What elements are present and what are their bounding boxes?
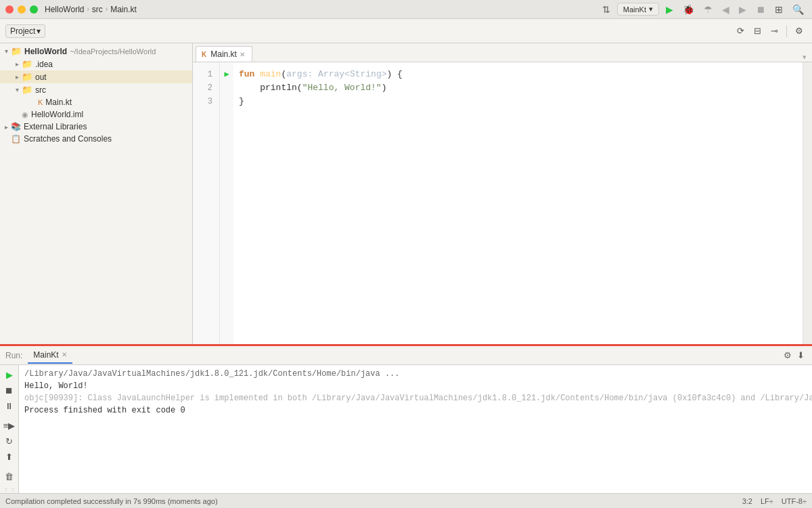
run-panel: Run: MainKt ✕ ⚙ ⬇ ▶ ⏹ ⏸ ≡▶ ↻ ⬆ 🗑	[0, 344, 812, 493]
run-config-dropdown[interactable]: MainKt ▾	[617, 3, 659, 16]
run-hide-button[interactable]: ⬇	[795, 349, 807, 362]
project-label: Project	[10, 26, 35, 36]
folder-icon: 📁	[22, 59, 32, 69]
tree-label: out	[35, 72, 47, 82]
line-numbers: 1 2 3	[193, 62, 220, 344]
output-line-1: /Library/Java/JavaVirtualMachines/jdk1.8…	[24, 368, 807, 380]
code-line-3: }	[239, 95, 803, 108]
code-content[interactable]: fun main(args: Array<String>) { println(…	[233, 62, 803, 344]
breadcrumb: HelloWorld › src › Main.kt	[45, 5, 137, 14]
run-panel-tab-mainkt[interactable]: MainKt ✕	[28, 347, 72, 364]
tree-item-ext-libs[interactable]: ▸ 📚 External Libraries	[0, 121, 192, 133]
line-ending[interactable]: LF÷	[761, 497, 773, 505]
line-number-2: 2	[193, 81, 215, 95]
back-button[interactable]: ◀	[719, 3, 732, 16]
project-sidebar: ▾ 📁 HelloWorld ~/IdeaProjects/HelloWorld…	[0, 43, 193, 344]
titlebar-right: ⇅ MainKt ▾ ▶ 🐞 ☂ ◀ ▶ ⏹ ⊞ 🔍	[600, 3, 807, 16]
expand-arrow: ▸	[14, 60, 20, 68]
maximize-button[interactable]	[30, 5, 38, 14]
layout-button[interactable]: ⊞	[772, 3, 786, 16]
forward-button[interactable]: ▶	[736, 3, 749, 16]
run-stop-button[interactable]: ⏹	[3, 383, 16, 398]
code-editor: 1 2 3 ▶ fun main(args: Array<String>) { …	[193, 62, 812, 344]
close-button[interactable]	[5, 5, 14, 14]
output-line-5: Process finished with exit code 0	[24, 404, 807, 417]
titlebar: HelloWorld › src › Main.kt ⇅ MainKt ▾ ▶ …	[0, 0, 812, 19]
run-clear-button[interactable]: 🗑	[3, 469, 16, 484]
editor-tab-right: ▾	[800, 53, 809, 62]
cursor-position[interactable]: 3:2	[742, 497, 752, 505]
breadcrumb-hello[interactable]: HelloWorld	[45, 5, 84, 14]
run-options-button[interactable]: ⋮⋮	[1, 485, 18, 493]
editor-area: K Main.kt ✕ ▾ 1 2 3 ▶	[193, 43, 812, 344]
tree-label: Scratches and Consoles	[24, 134, 112, 144]
run-tab-close[interactable]: ✕	[62, 351, 67, 358]
tab-label: Main.kt	[210, 49, 237, 59]
traffic-lights	[5, 5, 38, 14]
code-line-2: println("Hello, World!")	[239, 81, 803, 95]
tree-item-scratches[interactable]: ▸ 📋 Scratches and Consoles	[0, 133, 192, 145]
run-pause-button[interactable]: ⏸	[3, 399, 16, 413]
tab-close-button[interactable]: ✕	[240, 51, 245, 58]
folder-icon: 📁	[22, 72, 32, 82]
expand-arrow: ▸	[3, 123, 9, 131]
status-message: Compilation completed successfully in 7s…	[5, 497, 737, 505]
expand-arrow: ▾	[14, 86, 20, 93]
filter-button[interactable]: ⊸	[767, 24, 782, 38]
folder-icon: 📁	[22, 85, 32, 95]
status-right: 3:2 LF÷ UTF-8÷	[742, 497, 807, 505]
run-content: ▶ ⏹ ⏸ ≡▶ ↻ ⬆ 🗑 ⋮⋮ ↓ ✕ /Library/Java/Java…	[0, 365, 812, 493]
coverage-button[interactable]: ☂	[701, 3, 715, 16]
stop-button[interactable]: ⏹	[753, 3, 768, 16]
run-tab-label: MainKt	[33, 350, 58, 360]
run-rerun-button[interactable]: ≡▶	[1, 419, 18, 433]
line-number-3: 3	[193, 95, 215, 108]
editor-tabs: K Main.kt ✕ ▾	[193, 43, 812, 62]
tree-label: HelloWorld	[24, 47, 67, 56]
scroll-indicator: ▾	[803, 53, 807, 62]
toolbar: Project ▾ ⟳ ⊟ ⊸ ⚙	[0, 19, 812, 43]
run-output: /Library/Java/JavaVirtualMachines/jdk1.8…	[19, 365, 812, 493]
run-settings-button[interactable]: ⚙	[782, 349, 794, 362]
tree-label: src	[35, 85, 46, 95]
run-config-label: MainKt	[623, 5, 646, 14]
expand-arrow: ▾	[3, 47, 9, 55]
editor-tab-mainkt[interactable]: K Main.kt ✕	[196, 46, 252, 62]
kt-icon: K	[202, 51, 206, 58]
code-gutter: ▶	[220, 62, 233, 344]
debug-button[interactable]: 🐞	[680, 3, 697, 16]
code-line-1: fun main(args: Array<String>) {	[239, 68, 803, 81]
run-play-button[interactable]: ▶	[4, 368, 15, 382]
output-line-2: Hello, World!	[24, 380, 807, 392]
tree-item-helloworld[interactable]: ▾ 📁 HelloWorld ~/IdeaProjects/HelloWorld	[0, 45, 192, 58]
sort-icon[interactable]: ⇅	[600, 3, 613, 16]
run-scroll-button[interactable]: ↻	[3, 434, 15, 448]
line-number-1: 1	[193, 68, 215, 81]
chevron-down-icon: ▾	[649, 5, 653, 14]
tree-item-iml[interactable]: ◉ HelloWorld.iml	[0, 108, 192, 121]
encoding[interactable]: UTF-8÷	[782, 497, 807, 505]
minimize-button[interactable]	[18, 5, 26, 14]
settings-button[interactable]: ⚙	[792, 24, 807, 38]
tree-item-idea[interactable]: ▸ 📁 .idea	[0, 58, 192, 70]
run-up-button[interactable]: ⬆	[3, 450, 15, 464]
statusbar: Compilation completed successfully in 7s…	[0, 493, 812, 508]
tree-label: External Libraries	[24, 122, 87, 131]
scratch-icon: 📋	[11, 134, 21, 144]
folder-icon: 📁	[11, 46, 22, 56]
project-dropdown[interactable]: Project ▾	[5, 24, 45, 38]
run-button[interactable]: ▶	[663, 3, 676, 16]
collapse-all-button[interactable]: ⊟	[750, 24, 765, 38]
run-indicator[interactable]: ▶	[220, 68, 233, 81]
search-everywhere-button[interactable]: 🔍	[790, 3, 807, 16]
editor-scrollbar[interactable]	[803, 62, 812, 344]
breadcrumb-mainkt[interactable]: Main.kt	[110, 5, 137, 14]
run-vertical-toolbar: ▶ ⏹ ⏸ ≡▶ ↻ ⬆ 🗑 ⋮⋮ ↓ ✕	[0, 365, 19, 493]
breadcrumb-src[interactable]: src	[92, 5, 103, 14]
sync-button[interactable]: ⟳	[734, 24, 748, 38]
tree-label: .idea	[35, 60, 53, 69]
tree-item-src[interactable]: ▾ 📁 src	[0, 83, 192, 96]
tree-item-mainkt[interactable]: K Main.kt	[0, 96, 192, 108]
expand-arrow: ▸	[14, 73, 20, 81]
tree-item-out[interactable]: ▸ 📁 out	[0, 70, 192, 83]
